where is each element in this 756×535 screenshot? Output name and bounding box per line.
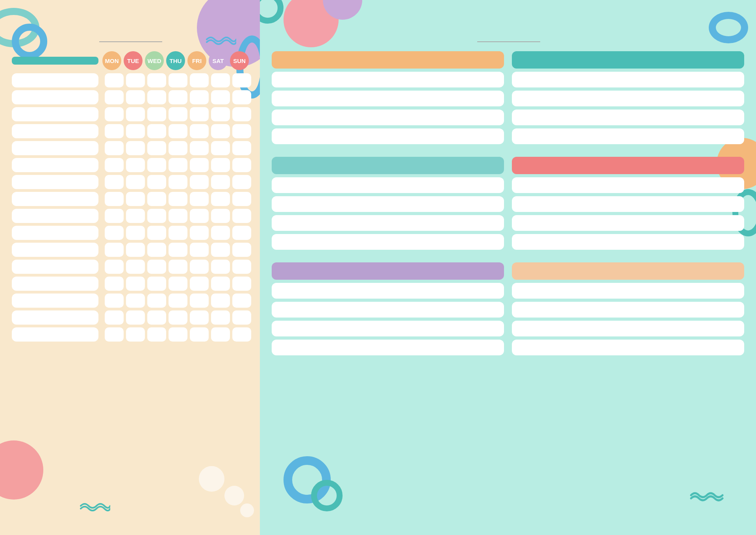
day-check-cell[interactable] (105, 90, 124, 104)
day-check-cell[interactable] (211, 141, 230, 155)
day-check-cell[interactable] (211, 158, 230, 172)
chore-input-cell[interactable] (12, 260, 98, 274)
day-check-cell[interactable] (105, 243, 124, 257)
day-check-cell[interactable] (211, 243, 230, 257)
day-check-cell[interactable] (169, 175, 187, 189)
day-check-cell[interactable] (232, 209, 251, 223)
day-check-cell[interactable] (126, 294, 145, 308)
day-check-cell[interactable] (190, 294, 209, 308)
day-check-cell[interactable] (232, 310, 251, 325)
day-check-cell[interactable] (105, 73, 124, 87)
chore-input-cell[interactable] (12, 73, 98, 87)
day-check-cell[interactable] (190, 141, 209, 155)
day-check-cell[interactable] (232, 141, 251, 155)
day-check-cell[interactable] (190, 226, 209, 240)
chore-input-cell[interactable] (12, 158, 98, 172)
day-check-cell[interactable] (147, 260, 166, 274)
day-check-cell[interactable] (190, 277, 209, 291)
day-check-cell[interactable] (190, 90, 209, 104)
day-check-cell[interactable] (232, 294, 251, 308)
day-check-cell[interactable] (169, 192, 187, 206)
date-field-left[interactable] (98, 41, 162, 42)
day-check-cell[interactable] (169, 260, 187, 274)
day-check-cell[interactable] (147, 107, 166, 121)
day-check-cell[interactable] (169, 277, 187, 291)
chore-input-cell[interactable] (12, 107, 98, 121)
day-check-cell[interactable] (211, 192, 230, 206)
day-check-cell[interactable] (105, 327, 124, 342)
day-check-cell[interactable] (126, 277, 145, 291)
day-check-cell[interactable] (211, 327, 230, 342)
day-check-cell[interactable] (169, 124, 187, 138)
day-check-cell[interactable] (169, 158, 187, 172)
day-check-cell[interactable] (211, 277, 230, 291)
day-check-cell[interactable] (169, 90, 187, 104)
day-check-cell[interactable] (126, 141, 145, 155)
chore-input-cell[interactable] (12, 192, 98, 206)
day-check-cell[interactable] (211, 260, 230, 274)
day-check-cell[interactable] (232, 192, 251, 206)
day-check-cell[interactable] (147, 327, 166, 342)
day-check-cell[interactable] (169, 327, 187, 342)
chore-input-cell[interactable] (12, 226, 98, 240)
chore-input-cell[interactable] (12, 175, 98, 189)
day-check-cell[interactable] (169, 107, 187, 121)
day-check-cell[interactable] (190, 209, 209, 223)
day-check-cell[interactable] (147, 243, 166, 257)
day-check-cell[interactable] (190, 73, 209, 87)
day-check-cell[interactable] (147, 209, 166, 223)
day-check-cell[interactable] (211, 73, 230, 87)
day-check-cell[interactable] (126, 226, 145, 240)
day-check-cell[interactable] (190, 158, 209, 172)
chore-input-cell[interactable] (12, 277, 98, 291)
day-check-cell[interactable] (105, 124, 124, 138)
date-field-right[interactable] (476, 41, 540, 42)
day-check-cell[interactable] (126, 327, 145, 342)
chore-input-cell[interactable] (12, 327, 98, 342)
day-check-cell[interactable] (105, 107, 124, 121)
day-check-cell[interactable] (190, 260, 209, 274)
day-check-cell[interactable] (126, 310, 145, 325)
day-check-cell[interactable] (105, 158, 124, 172)
day-check-cell[interactable] (232, 73, 251, 87)
day-check-cell[interactable] (126, 243, 145, 257)
day-check-cell[interactable] (169, 141, 187, 155)
chore-input-cell[interactable] (12, 310, 98, 325)
day-check-cell[interactable] (169, 209, 187, 223)
day-check-cell[interactable] (147, 124, 166, 138)
day-check-cell[interactable] (126, 260, 145, 274)
day-check-cell[interactable] (147, 294, 166, 308)
day-check-cell[interactable] (105, 141, 124, 155)
day-check-cell[interactable] (105, 260, 124, 274)
day-check-cell[interactable] (232, 327, 251, 342)
day-check-cell[interactable] (190, 124, 209, 138)
day-check-cell[interactable] (105, 226, 124, 240)
day-check-cell[interactable] (232, 175, 251, 189)
day-check-cell[interactable] (190, 192, 209, 206)
day-check-cell[interactable] (232, 107, 251, 121)
chore-input-cell[interactable] (12, 141, 98, 155)
day-check-cell[interactable] (169, 310, 187, 325)
day-check-cell[interactable] (190, 175, 209, 189)
day-check-cell[interactable] (147, 90, 166, 104)
day-check-cell[interactable] (126, 158, 145, 172)
day-check-cell[interactable] (147, 226, 166, 240)
chore-input-cell[interactable] (12, 243, 98, 257)
day-check-cell[interactable] (126, 175, 145, 189)
day-check-cell[interactable] (126, 124, 145, 138)
day-check-cell[interactable] (190, 310, 209, 325)
chore-input-cell[interactable] (12, 209, 98, 223)
day-check-cell[interactable] (211, 209, 230, 223)
day-check-cell[interactable] (232, 260, 251, 274)
day-check-cell[interactable] (126, 90, 145, 104)
day-check-cell[interactable] (211, 107, 230, 121)
day-check-cell[interactable] (126, 209, 145, 223)
day-check-cell[interactable] (211, 226, 230, 240)
day-check-cell[interactable] (126, 107, 145, 121)
day-check-cell[interactable] (169, 73, 187, 87)
chore-input-cell[interactable] (12, 294, 98, 308)
day-check-cell[interactable] (105, 192, 124, 206)
day-check-cell[interactable] (147, 310, 166, 325)
day-check-cell[interactable] (232, 243, 251, 257)
day-check-cell[interactable] (147, 277, 166, 291)
